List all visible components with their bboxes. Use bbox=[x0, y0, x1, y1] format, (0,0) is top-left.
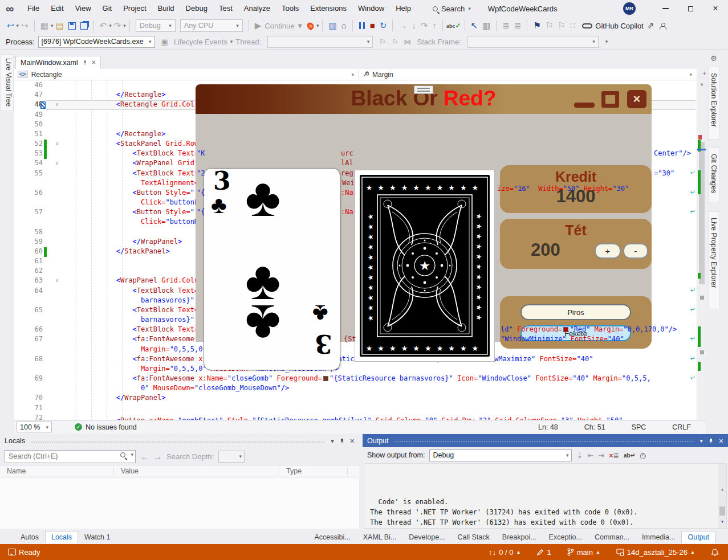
minimize-button[interactable] bbox=[653, 0, 678, 17]
panel-tab-comman-[interactable]: Comman... bbox=[588, 531, 636, 543]
feedback-person-icon[interactable] bbox=[660, 23, 665, 28]
chevron-down-icon[interactable]: ▾ bbox=[131, 452, 133, 457]
search-depth-combo[interactable]: ▾ bbox=[218, 451, 245, 463]
avatar[interactable]: MR bbox=[623, 2, 636, 15]
restore-button[interactable] bbox=[678, 0, 703, 17]
format-lines-icon[interactable]: ≣ bbox=[502, 18, 510, 34]
chevron-down-icon[interactable]: ▾ bbox=[689, 72, 692, 77]
show-next-statement-icon[interactable]: → bbox=[398, 18, 407, 34]
window-layout-icon[interactable]: ⌂ bbox=[341, 18, 347, 34]
panel-tab-autos[interactable]: Autos bbox=[14, 531, 45, 543]
process-combo[interactable]: [6976] WpfCodeWeekCards.exe▾ bbox=[38, 36, 155, 48]
close-icon[interactable]: × bbox=[350, 436, 355, 445]
bet-plus-button[interactable]: + bbox=[595, 243, 621, 259]
sidebar-tab-solution-explorer[interactable]: Solution Explorer bbox=[708, 67, 719, 140]
panel-tab-call-stack[interactable]: Call Stack bbox=[452, 531, 496, 543]
app-close-button[interactable]: × bbox=[627, 90, 646, 108]
panel-tab-immedia-[interactable]: Immedia... bbox=[636, 531, 681, 543]
menu-build[interactable]: Build bbox=[152, 0, 180, 17]
save-icon[interactable] bbox=[68, 22, 76, 30]
panel-tab-develope-[interactable]: Develope... bbox=[402, 531, 451, 543]
menu-analyze[interactable]: Analyze bbox=[238, 0, 276, 17]
app-maximize-button[interactable] bbox=[601, 91, 619, 108]
scrollbar-thumb[interactable] bbox=[719, 506, 725, 516]
redo-icon[interactable]: ↷ bbox=[114, 18, 121, 34]
sidebar-tab-live-visual-tree[interactable]: Live Visual Tree bbox=[0, 54, 14, 111]
app-minimize-button[interactable] bbox=[574, 103, 595, 108]
chevron-down-icon[interactable]: ▾ bbox=[17, 23, 19, 28]
card-back[interactable]: ★★★★★★★★★★ ★★★★★★★★★★ ★★★★★★★★★★★ ★★★★★★… bbox=[355, 170, 495, 363]
breadcrumb-property[interactable]: Margin ▾ bbox=[359, 69, 697, 80]
output-header[interactable]: Output ▾ × bbox=[363, 434, 728, 447]
select-element-icon[interactable]: ↖ bbox=[471, 18, 478, 34]
pause-icon[interactable] bbox=[359, 22, 365, 29]
chevron-down-icon[interactable]: ▾ bbox=[51, 23, 54, 28]
search-box[interactable]: Search ▾ bbox=[433, 5, 471, 13]
outline-collapse-icon[interactable]: ∨ bbox=[55, 160, 59, 166]
more-options-icon[interactable]: ∷ bbox=[570, 18, 576, 34]
window-position-icon[interactable]: ▾ bbox=[700, 438, 703, 444]
panel-tab-breakpoi-[interactable]: Breakpoi... bbox=[496, 531, 543, 543]
code-line-69[interactable]: 69 <fa:FontAwesome x:Name="closeGomb" Fo… bbox=[14, 374, 697, 384]
spell-check-icon[interactable]: abc✓ bbox=[446, 22, 461, 30]
pin-icon[interactable] bbox=[340, 438, 344, 444]
navigate-back-icon[interactable]: ↩ bbox=[7, 18, 14, 34]
save-all-icon[interactable] bbox=[80, 22, 88, 30]
open-folder-icon[interactable]: ▤ bbox=[55, 18, 63, 34]
repo-status[interactable]: 14d_asztali_25-26▲ bbox=[616, 548, 695, 557]
column-header-type[interactable]: Type bbox=[279, 467, 348, 475]
outline-collapse-icon[interactable]: ∨ bbox=[55, 101, 59, 107]
outline-collapse-icon[interactable]: ∨ bbox=[55, 277, 59, 283]
split-handle-icon[interactable]: ＋ bbox=[701, 69, 707, 77]
timestamp-icon[interactable]: ◷ bbox=[640, 451, 646, 460]
menu-view[interactable]: View bbox=[70, 0, 97, 17]
locals-search-input[interactable] bbox=[5, 450, 136, 463]
continue-button[interactable]: Continue bbox=[265, 22, 294, 30]
playing-card-3-of-clubs[interactable]: 3 ♣ ♣ ♣ ♣ ♣ 3 bbox=[204, 168, 340, 370]
chevron-down-icon[interactable]: ▾ bbox=[316, 23, 319, 28]
next-message-icon[interactable]: ⇥ bbox=[598, 451, 604, 460]
continue-dropdown[interactable]: ▾ bbox=[298, 18, 302, 34]
sidebar-tab-git-changes[interactable]: Git Changes bbox=[708, 148, 719, 202]
thread-combo[interactable]: ▾ bbox=[267, 36, 373, 48]
sync-status[interactable]: ↑↓0 / 0▲ bbox=[489, 548, 520, 557]
menu-edit[interactable]: Edit bbox=[45, 0, 69, 17]
step-into-icon[interactable]: ↓ bbox=[412, 18, 416, 34]
menu-test[interactable]: Test bbox=[213, 0, 238, 17]
code-line-wrap[interactable]: Margin="0,5,5,0" MouseDown="maxGomb_Mous… bbox=[14, 365, 697, 374]
close-icon[interactable]: × bbox=[719, 436, 723, 445]
next-bookmark-icon[interactable]: ⚐ bbox=[558, 18, 565, 34]
continue-icon[interactable]: ▶ bbox=[255, 18, 262, 34]
menu-tools[interactable]: Tools bbox=[276, 0, 304, 17]
source-combo[interactable]: Debug▾ bbox=[429, 449, 572, 461]
code-line-71[interactable]: 71 bbox=[14, 404, 697, 414]
chevron-down-icon[interactable]: ▾ bbox=[351, 72, 354, 77]
menu-help[interactable]: Help bbox=[390, 0, 417, 17]
column-header-name[interactable]: Name bbox=[0, 467, 114, 475]
back-arrow-icon[interactable]: ← bbox=[140, 452, 149, 461]
lifecycle-events[interactable]: Lifecycle Events bbox=[174, 38, 227, 46]
scroll-down-icon[interactable]: ▼ bbox=[718, 517, 726, 527]
close-tab-icon[interactable]: × bbox=[92, 59, 96, 67]
prev-message-icon[interactable]: ⇤ bbox=[587, 451, 593, 460]
gear-icon[interactable]: ⚙ bbox=[710, 54, 717, 63]
debug-config-combo[interactable]: Debug▾ bbox=[136, 19, 176, 32]
panel-tab-xaml-bi-[interactable]: XAML Bi... bbox=[357, 531, 403, 543]
chevron-down-icon[interactable]: ▾ bbox=[123, 23, 126, 28]
stop-icon[interactable]: ■ bbox=[370, 18, 375, 34]
find-in-files-icon[interactable]: ▥ bbox=[328, 18, 336, 34]
pin-icon[interactable] bbox=[83, 60, 87, 66]
feedback-status[interactable]: Ready bbox=[8, 548, 40, 557]
issues-status[interactable]: No issues found bbox=[86, 423, 137, 431]
document-tab[interactable]: MainWindow.xaml × bbox=[15, 56, 101, 69]
menu-project[interactable]: Project bbox=[117, 0, 152, 17]
share-icon[interactable]: ⇗ bbox=[647, 18, 654, 34]
scroll-up-icon[interactable]: ▲ bbox=[718, 484, 726, 494]
red-choice-button[interactable]: Piros bbox=[520, 304, 631, 320]
window-position-icon[interactable]: ▾ bbox=[331, 438, 334, 445]
output-log[interactable]: Code' is enabled.The thread '.NET TP Wor… bbox=[364, 463, 727, 529]
overflow-icon[interactable]: ▾ bbox=[605, 39, 608, 44]
github-copilot-icon[interactable] bbox=[582, 23, 592, 28]
scroll-up-icon[interactable]: ▲ bbox=[699, 81, 704, 87]
notifications[interactable] bbox=[711, 548, 719, 557]
